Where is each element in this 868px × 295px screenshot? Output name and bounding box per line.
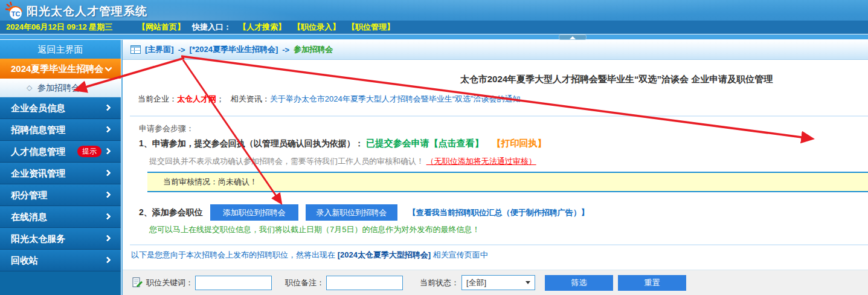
step1-note: 提交回执并不表示成功确认参加招聘会，需要等待我们工作人员的审核和确认！ （无职位…: [149, 156, 536, 167]
chevron-right-icon: [104, 256, 111, 263]
sidebar-item-member-info[interactable]: 企业会员信息: [0, 97, 121, 119]
sidebar-item-recruit-info[interactable]: 招聘信息管理: [0, 119, 121, 141]
nav-label: 招聘信息管理: [11, 125, 65, 135]
divider: [130, 244, 868, 245]
datetime-text: 2024年06月12日 09:12 星期三: [6, 21, 112, 34]
nav-label: 人才信息管理: [11, 146, 65, 157]
breadcrumb-separator: ->: [282, 45, 289, 54]
keyword-label: 职位关键词：: [146, 277, 193, 288]
nav-label: 积分管理: [11, 190, 47, 200]
quick-link-position-manage[interactable]: 【职位管理】: [347, 21, 394, 34]
nav-label: 阳光太仓服务: [11, 233, 65, 244]
step1-line: 1、申请参加，提交参会回执（以管理员确认回执为依据）： 已提交参会申请【点击查看…: [139, 138, 547, 149]
positions-note-before: 以下是您意向于本次招聘会上发布的招聘职位，然将出现在: [131, 250, 338, 259]
nav-label: 回收站: [11, 255, 38, 265]
page-title: 太仓市2024年夏季大型人才招聘会暨毕业生“双选”洽谈会 企业申请及职位管理: [123, 74, 868, 85]
step1-status: 已提交参会申请: [366, 138, 429, 148]
breadcrumb-separator: ->: [178, 45, 185, 54]
chevron-right-icon: [104, 126, 111, 132]
sidebar-item-job-fair-2024[interactable]: 2024夏季毕业生招聘会: [0, 59, 121, 79]
view-application-link[interactable]: 【点击查看】: [429, 138, 484, 148]
remark-input[interactable]: [326, 276, 403, 290]
logo-sun-icon: TC: [5, 1, 24, 21]
company-label: 当前企业：: [138, 94, 177, 103]
divider: [130, 115, 868, 117]
app-window: TC 阳光太仓人才管理系统 2024年06月12日 09:12 星期三 【网站首…: [0, 0, 868, 295]
step2-label: 2、添加参会职位: [139, 207, 203, 218]
header-bar: TC 阳光太仓人才管理系统: [0, 0, 868, 21]
quick-links: 【网站首页】 快捷入口： 【人才搜索】 【职位录入】 【职位管理】: [138, 21, 394, 34]
chevron-right-icon: [104, 191, 111, 198]
window-icon: [130, 45, 141, 54]
note-text: 提交回执并不表示成功确认参加招聘会，需要等待我们工作人员的审核和确认！: [149, 157, 424, 166]
filter-button[interactable]: 筛选: [545, 275, 613, 291]
logo-monogram: TC: [11, 10, 21, 18]
sidebar-item-recycle-bin[interactable]: 回收站: [0, 250, 121, 271]
breadcrumb-event[interactable]: [*2024夏季毕业生招聘会]: [190, 44, 278, 55]
home-link[interactable]: 【网站首页】: [138, 21, 185, 34]
reset-button[interactable]: 重置: [618, 275, 686, 291]
sidebar: 返回主界面 2024夏季毕业生招聘会 ◇ 参加招聘会 企业会员信息 招聘信息管理…: [0, 40, 121, 295]
breadcrumb-current: 参加招聘会: [294, 44, 333, 55]
step2-row: 2、添加参会职位 添加职位到招聘会 录入新职位到招聘会 【查看我当前招聘职位汇总…: [139, 204, 589, 221]
remark-label: 职位备注：: [285, 277, 324, 288]
chevron-right-icon: [104, 148, 111, 154]
breadcrumb: [主界面] -> [*2024夏季毕业生招聘会] -> 参加招聘会: [123, 40, 868, 60]
nav-label: 企业资讯管理: [11, 168, 65, 178]
positions-note-after: 相关宣传页面中: [431, 250, 488, 259]
sidebar-item-talent-info[interactable]: 人才信息管理 提示: [0, 141, 121, 163]
audit-status-box: 当前审核情况：尚未确认！: [147, 172, 868, 192]
diamond-icon: ◇: [27, 79, 32, 97]
select-caret-icon: [526, 281, 530, 284]
chevron-right-icon: [104, 213, 111, 219]
positions-note: 以下是您意向于本次招聘会上发布的招聘职位，然将出现在 [2024太仓夏季大型招聘…: [131, 250, 488, 261]
add-position-button[interactable]: 添加职位到招聘会: [210, 204, 298, 221]
collapse-header-tab[interactable]: [559, 34, 587, 40]
company-separator: ；: [216, 94, 224, 103]
steps-title: 申请参会步骤：: [139, 123, 194, 134]
alert-badge: 提示: [77, 146, 101, 157]
sidebar-subitem-join-fair-active[interactable]: ◇ 参加招聘会: [0, 79, 121, 97]
position-filter-bar: 职位关键词： 职位备注： 当前状态： [全部] 筛选 重置: [123, 270, 868, 295]
header-strip: [0, 34, 868, 40]
nav-label: 在线消息: [11, 212, 47, 222]
company-line: 当前企业：太仓人才网； 相关资讯：关于举办太仓市2024年夏季大型人才招聘会暨毕…: [138, 94, 520, 105]
chevron-right-icon: [104, 104, 111, 111]
news-label: 相关资讯：: [231, 94, 270, 103]
sidebar-item-points-manage[interactable]: 积分管理: [0, 184, 121, 206]
event-menu-label: 2024夏季毕业生招聘会: [11, 63, 103, 74]
keyword-input[interactable]: [195, 276, 272, 290]
positions-note-highlight: [2024太仓夏季大型招聘会]: [338, 250, 431, 259]
print-receipt-link[interactable]: 【打印回执】: [492, 138, 547, 148]
chevron-down-icon: [104, 64, 112, 72]
breadcrumb-home[interactable]: [主界面]: [145, 44, 174, 55]
company-name: 太仓人才网: [177, 94, 216, 103]
audit-status: 尚未确认！: [218, 177, 257, 186]
collapse-up-icon: [570, 36, 576, 39]
edit-document-icon: [132, 277, 143, 288]
position-summary-link[interactable]: 【查看我当前招聘职位汇总（便于制作招聘广告）】: [408, 207, 589, 218]
status-select-value: [全部]: [466, 277, 486, 288]
app-title: 阳光太仓人才管理系统: [27, 4, 147, 19]
chevron-right-icon: [104, 169, 111, 176]
sidebar-item-company-news[interactable]: 企业资讯管理: [0, 163, 121, 184]
news-link[interactable]: 关于举办太仓市2024年夏季大型人才招聘会暨毕业生“双选”洽谈会的通知: [270, 94, 521, 103]
quick-link-talent-search[interactable]: 【人才搜索】: [239, 21, 286, 34]
status-select[interactable]: [全部]: [461, 275, 535, 290]
subitem-label: 参加招聘会: [37, 83, 80, 92]
quick-link-position-entry[interactable]: 【职位录入】: [293, 21, 340, 34]
quick-bar: 2024年06月12日 09:12 星期三 【网站首页】 快捷入口： 【人才搜索…: [0, 21, 868, 34]
new-position-button[interactable]: 录入新职位到招聘会: [306, 204, 397, 221]
status-label: 当前状态：: [420, 277, 459, 288]
back-to-main-button[interactable]: 返回主界面: [0, 40, 121, 59]
quick-entry-label: 快捷入口：: [192, 21, 231, 34]
step2-tip: 您可以马上在线提交职位信息，我们将以截止日期（7月5日）的信息作为对外发布的最终…: [149, 224, 480, 235]
note-warning: （无职位添加将无法通过审核）: [426, 157, 536, 166]
chevron-right-icon: [104, 235, 111, 241]
step1-label: 1、申请参加，提交参会回执（以管理员确认回执为依据）：: [139, 138, 364, 148]
sidebar-item-online-messages[interactable]: 在线消息: [0, 206, 121, 228]
sidebar-item-services[interactable]: 阳光太仓服务: [0, 228, 121, 250]
audit-label: 当前审核情况：: [163, 177, 218, 186]
nav-label: 企业会员信息: [11, 103, 65, 113]
